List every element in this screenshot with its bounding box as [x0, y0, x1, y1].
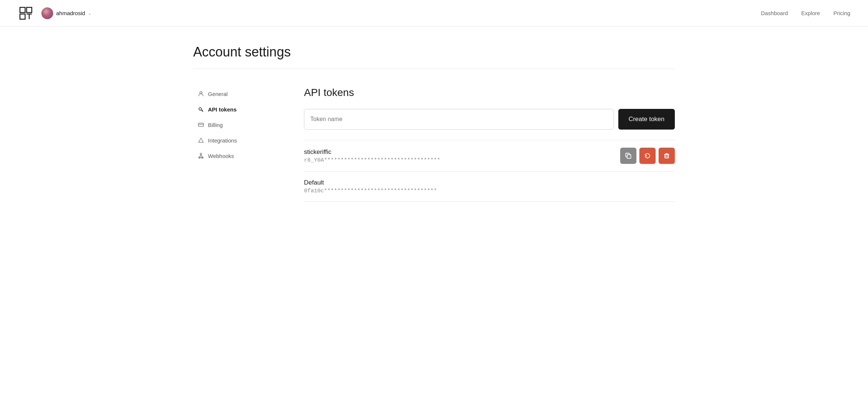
sidebar-item-api-tokens[interactable]: API tokens: [193, 102, 274, 116]
section-title: API tokens: [304, 87, 675, 99]
content-area: API tokens Create token stickeriffic r8_…: [274, 87, 675, 202]
sidebar-item-integrations-label: Integrations: [208, 137, 237, 144]
table-row: stickeriffic r8_Y0A*********************…: [304, 140, 675, 172]
main-layout: General API tokens: [193, 69, 675, 202]
sidebar-item-general[interactable]: General: [193, 87, 274, 101]
sidebar-item-api-tokens-label: API tokens: [208, 106, 237, 113]
sidebar-item-billing[interactable]: Billing: [193, 118, 274, 132]
sidebar: General API tokens: [193, 87, 274, 202]
table-row: Default 0fa10c**************************…: [304, 172, 675, 202]
nav-link-dashboard[interactable]: Dashboard: [761, 10, 788, 16]
navbar-left: ahmadrosid ⌄: [18, 5, 92, 21]
svg-rect-1: [20, 14, 25, 19]
card-icon: [198, 121, 204, 128]
svg-rect-2: [27, 7, 32, 13]
sidebar-item-general-label: General: [208, 91, 228, 97]
token-name: stickeriffic: [304, 148, 440, 156]
triangle-icon: [198, 137, 204, 144]
token-info: stickeriffic r8_Y0A*********************…: [304, 148, 440, 164]
create-token-button[interactable]: Create token: [618, 109, 675, 130]
webhook-icon: [198, 152, 204, 159]
user-menu[interactable]: ahmadrosid ⌄: [41, 7, 92, 19]
token-list: stickeriffic r8_Y0A*********************…: [304, 140, 675, 202]
token-value: r8_Y0A**********************************…: [304, 157, 440, 164]
nav-link-explore[interactable]: Explore: [801, 10, 820, 16]
navbar: ahmadrosid ⌄ Dashboard Explore Pricing: [0, 0, 868, 27]
page-header: Account settings: [193, 27, 675, 69]
svg-rect-12: [627, 155, 631, 158]
sidebar-item-billing-label: Billing: [208, 122, 223, 128]
svg-rect-13: [665, 155, 669, 158]
avatar: [41, 7, 53, 19]
svg-point-5: [200, 92, 202, 94]
token-name-input[interactable]: [304, 109, 614, 130]
token-info: Default 0fa10c**************************…: [304, 179, 437, 194]
navbar-right: Dashboard Explore Pricing: [761, 10, 850, 16]
sidebar-item-webhooks[interactable]: Webhooks: [193, 149, 274, 163]
page-container: Account settings General: [175, 27, 693, 202]
logo[interactable]: [18, 5, 34, 21]
person-icon: [198, 90, 204, 97]
page-title: Account settings: [193, 44, 675, 60]
token-actions: [620, 148, 675, 164]
token-value: 0fa10c**********************************: [304, 188, 437, 194]
svg-rect-0: [20, 7, 25, 13]
key-icon: [198, 106, 204, 113]
username: ahmadrosid: [56, 10, 85, 16]
rotate-token-button[interactable]: [639, 148, 656, 164]
sidebar-item-webhooks-label: Webhooks: [208, 153, 234, 159]
svg-rect-7: [198, 123, 204, 127]
nav-link-pricing[interactable]: Pricing: [833, 10, 850, 16]
chevron-down-icon: ⌄: [88, 11, 92, 16]
copy-token-button[interactable]: [620, 148, 636, 164]
token-name: Default: [304, 179, 437, 186]
token-create-row: Create token: [304, 109, 675, 130]
sidebar-item-integrations[interactable]: Integrations: [193, 133, 274, 147]
delete-token-button[interactable]: [659, 148, 675, 164]
